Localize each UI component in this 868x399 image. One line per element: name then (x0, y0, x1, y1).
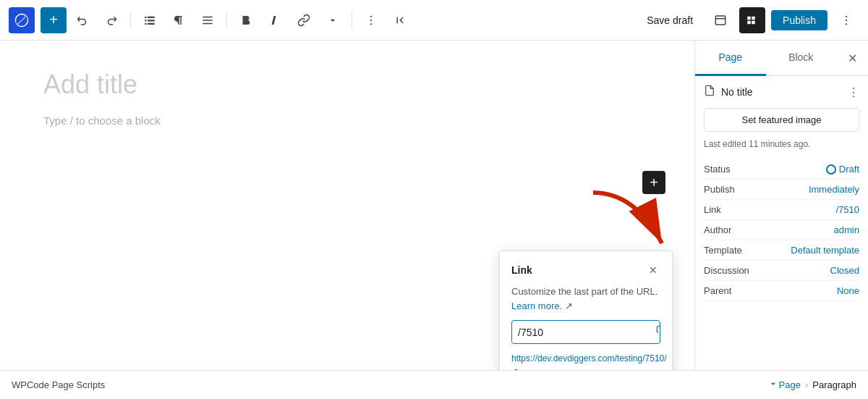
meta-publish-row: Publish Immediately (704, 180, 859, 200)
author-value[interactable]: admin (834, 224, 859, 235)
svg-rect-1 (148, 16, 155, 17)
link-popup-header: Link ✕ (511, 263, 660, 277)
settings-panel-icon (746, 14, 759, 27)
meta-discussion-row: Discussion Closed (704, 261, 859, 281)
bold-button[interactable] (233, 7, 259, 33)
sidebar-content: No title ⋮ Set featured image Last edite… (695, 76, 868, 370)
svg-point-13 (846, 23, 847, 25)
toolbar-left: + (9, 7, 635, 33)
options-button[interactable] (358, 7, 384, 33)
discussion-label: Discussion (704, 265, 749, 276)
breadcrumb-page[interactable]: Page (779, 379, 801, 390)
svg-rect-5 (148, 22, 155, 24)
status-value[interactable]: Draft (826, 164, 859, 175)
link-popup-close-button[interactable]: ✕ (646, 263, 660, 277)
set-featured-image-button[interactable]: Set featured image (704, 108, 859, 132)
sidebar: Page Block ✕ No title ⋮ Set featured ima… (694, 41, 868, 370)
wpcode-expand-button[interactable] (767, 378, 779, 392)
link-popup: Link ✕ Customize the last part of the UR… (499, 251, 673, 370)
save-draft-button[interactable]: Save draft (638, 10, 702, 30)
link-button[interactable] (291, 7, 317, 33)
collapse-button[interactable] (387, 7, 413, 33)
sidebar-tabs: Page Block (695, 41, 836, 75)
paragraph-icon (172, 14, 185, 27)
add-block-floating-button[interactable]: + (642, 171, 665, 194)
undo-icon (76, 14, 89, 27)
svg-rect-9 (715, 16, 726, 25)
svg-point-11 (846, 15, 847, 17)
last-edited: Last edited 11 minutes ago. (704, 139, 859, 149)
doc-more-button[interactable]: ⋮ (848, 85, 859, 99)
settings-panel-button[interactable] (739, 7, 765, 33)
list-view-button[interactable] (137, 7, 163, 33)
more-formats-button[interactable] (320, 7, 346, 33)
list-view-icon (143, 14, 156, 27)
publish-value[interactable]: Immediately (809, 184, 859, 195)
details-button[interactable] (195, 7, 221, 33)
sidebar-close-button[interactable]: ✕ (839, 45, 865, 71)
wp-logo-icon[interactable] (9, 7, 35, 33)
toolbar-more-icon (840, 14, 853, 27)
bottom-bar-left: WPCode Page Scripts (12, 378, 779, 392)
block-placeholder: Type / to choose a block (43, 114, 651, 127)
link-popup-description: Customize the last part of the URL. Lear… (511, 285, 660, 313)
parent-value[interactable]: None (837, 285, 859, 296)
learn-more-link[interactable]: Learn more. (511, 301, 562, 311)
ellipsis-icon (365, 14, 378, 27)
publish-label: Publish (704, 184, 735, 195)
link-input[interactable] (512, 322, 650, 343)
meta-author-row: Author admin (704, 220, 859, 240)
parent-label: Parent (704, 285, 731, 296)
toolbar-more-button[interactable] (833, 7, 859, 33)
toolbar-right: Save draft Publish (638, 7, 859, 33)
add-block-button[interactable]: + (41, 7, 67, 33)
redo-button[interactable] (98, 7, 124, 33)
breadcrumb: Page › Paragraph (779, 379, 856, 390)
draft-circle-icon (826, 164, 836, 175)
link-value[interactable]: /7510 (835, 204, 859, 215)
author-label: Author (704, 224, 731, 235)
publish-button[interactable]: Publish (771, 10, 827, 30)
tab-block[interactable]: Block (766, 41, 837, 76)
meta-template-row: Template Default template (704, 240, 859, 261)
red-arrow-decoration (586, 185, 673, 258)
link-icon (297, 14, 310, 27)
link-input-row (511, 320, 660, 344)
main-area: Add title Type / to choose a block + Lin… (0, 41, 868, 370)
tab-page[interactable]: Page (695, 41, 766, 76)
link-url-display[interactable]: https://dev.devdiggers.com/testing/7510/ (511, 353, 667, 364)
undo-button[interactable] (69, 7, 95, 33)
discussion-value[interactable]: Closed (830, 265, 859, 276)
document-icon (704, 85, 715, 99)
meta-link-row: Link /7510 (704, 200, 859, 220)
svg-rect-3 (148, 20, 155, 21)
preview-icon (714, 14, 727, 27)
link-popup-title: Link (511, 264, 532, 276)
sidebar-tabs-row: Page Block ✕ (695, 41, 868, 76)
paragraph-button[interactable] (166, 7, 192, 33)
preview-button[interactable] (707, 7, 733, 33)
svg-point-8 (370, 23, 372, 25)
svg-rect-4 (145, 22, 146, 24)
status-label: Status (704, 164, 731, 175)
meta-parent-row: Parent None (704, 281, 859, 301)
wpcode-label: WPCode Page Scripts (12, 379, 767, 390)
svg-point-6 (370, 15, 372, 17)
italic-icon (268, 14, 281, 27)
separator-2 (226, 12, 227, 29)
meta-status-row: Status Draft (704, 159, 859, 180)
breadcrumb-separator: › (805, 379, 808, 390)
svg-point-7 (370, 19, 372, 20)
details-icon (201, 14, 214, 27)
doc-title-row: No title ⋮ (704, 85, 859, 99)
template-label: Template (704, 245, 742, 256)
link-label: Link (704, 204, 721, 215)
italic-button[interactable] (262, 7, 288, 33)
copy-link-icon[interactable] (650, 321, 660, 343)
chevron-down-icon (767, 378, 779, 390)
doc-title-text: No title (721, 86, 753, 98)
svg-point-12 (846, 19, 847, 20)
template-value[interactable]: Default template (791, 245, 859, 256)
wp-icon (14, 12, 30, 28)
title-placeholder[interactable]: Add title (43, 70, 651, 100)
